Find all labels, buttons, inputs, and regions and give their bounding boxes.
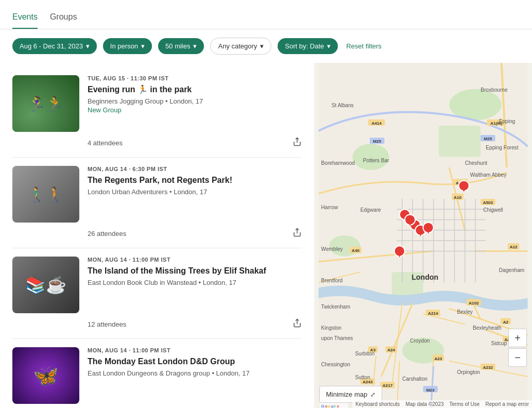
- map-data-label: Map data ©2023: [405, 401, 443, 407]
- svg-text:A12: A12: [510, 245, 518, 249]
- svg-text:A414: A414: [371, 121, 382, 126]
- map-zoom-controls: + −: [508, 329, 527, 367]
- event-group: Beginners Jogging Group • London, 17: [88, 97, 302, 105]
- app-container: Events Groups Aug 6 - Dec 31, 2023 ▾ In …: [0, 0, 532, 408]
- zoom-out-button[interactable]: −: [508, 348, 527, 367]
- svg-text:Dagenham: Dagenham: [499, 267, 525, 273]
- keyboard-shortcuts-link[interactable]: Keyboard shortcuts: [355, 401, 400, 407]
- share-icon: [293, 318, 302, 328]
- svg-text:A24: A24: [387, 348, 395, 352]
- zoom-in-button[interactable]: +: [508, 329, 527, 347]
- attendee-count: 4 attendees: [88, 139, 123, 147]
- svg-text:A243: A243: [363, 380, 373, 384]
- event-info: MON, AUG 14 · 11:00 PM IST The Monday Ea…: [88, 347, 302, 378]
- svg-text:Brentford: Brentford: [321, 278, 343, 283]
- svg-text:M23: M23: [426, 388, 435, 393]
- svg-text:Orpington: Orpington: [457, 369, 480, 375]
- svg-text:Carshalton: Carshalton: [402, 376, 427, 382]
- svg-text:M25: M25: [373, 139, 381, 144]
- svg-text:upon Thames: upon Thames: [321, 335, 353, 341]
- tabs-bar: Events Groups: [0, 0, 532, 29]
- report-map-error-link[interactable]: Report a map error: [486, 401, 529, 407]
- terms-of-use-link[interactable]: Terms of Use: [449, 401, 479, 407]
- event-info: MON, AUG 14 · 6:30 PM IST The Regents Pa…: [88, 166, 302, 197]
- event-date: MON, AUG 14 · 11:00 PM IST: [88, 347, 302, 353]
- tab-groups[interactable]: Groups: [50, 8, 77, 29]
- event-title: Evening run 🏃 in the park: [88, 84, 302, 95]
- share-icon: [293, 228, 302, 237]
- category-filter-label: Any category: [218, 42, 257, 50]
- tab-events[interactable]: Events: [12, 8, 38, 29]
- svg-text:Potters Bar: Potters Bar: [363, 158, 389, 163]
- mode-filter-button[interactable]: In person ▾: [103, 38, 152, 54]
- event-row: 🏃‍♀️🏃 TUE, AUG 15 · 11:30 PM IST Evening…: [12, 75, 302, 132]
- svg-text:G: G: [321, 404, 324, 408]
- share-icon: [293, 137, 302, 146]
- svg-text:l: l: [334, 404, 335, 408]
- svg-text:St Albans: St Albans: [332, 103, 354, 108]
- event-row: 🚶‍♂️🚶 MON, AUG 14 · 6:30 PM IST The Rege…: [12, 166, 302, 223]
- svg-text:Croydon: Croydon: [410, 338, 430, 344]
- chevron-down-icon: ▾: [86, 42, 90, 50]
- events-list: 🏃‍♀️🏃 TUE, AUG 15 · 11:30 PM IST Evening…: [0, 63, 314, 408]
- svg-point-5: [352, 144, 389, 170]
- event-image: 🚶‍♂️🚶: [12, 166, 79, 223]
- minimize-map-label: Minimize map: [326, 390, 367, 398]
- event-title: The Monday East London D&D Group: [88, 356, 302, 367]
- svg-text:Chigwell: Chigwell: [483, 207, 503, 213]
- chevron-down-icon: ▾: [141, 42, 145, 50]
- map-attribution: Keyboard shortcuts Map data ©2023 Terms …: [352, 400, 532, 408]
- svg-text:Broxbourne: Broxbourne: [480, 87, 508, 93]
- svg-text:Epping: Epping: [499, 118, 516, 124]
- svg-text:Borehamwood: Borehamwood: [321, 160, 355, 166]
- event-footer: 4 attendees: [12, 137, 302, 149]
- category-filter-button[interactable]: Any category ▾: [210, 38, 271, 55]
- svg-text:Waltham Abbey: Waltham Abbey: [470, 172, 507, 178]
- filters-bar: Aug 6 - Dec 31, 2023 ▾ In person ▾ 50 mi…: [0, 29, 532, 63]
- svg-text:Bexleyheath: Bexleyheath: [473, 325, 502, 331]
- svg-text:Wembley: Wembley: [321, 246, 344, 252]
- share-button[interactable]: [293, 137, 302, 149]
- svg-text:Twickenham: Twickenham: [321, 304, 350, 310]
- event-info: TUE, AUG 15 · 11:30 PM IST Evening run 🏃…: [88, 75, 302, 115]
- chevron-down-icon: ▾: [193, 42, 197, 50]
- distance-filter-button[interactable]: 50 miles ▾: [158, 38, 204, 54]
- event-image: 🦋: [12, 347, 79, 404]
- event-title: The Regents Park, not Regents Park!: [88, 175, 302, 186]
- map-container[interactable]: A414 A1(M) M25 M25 A406 A503: [314, 63, 532, 408]
- expand-icon: ⤢: [370, 391, 375, 398]
- svg-text:Kingston: Kingston: [321, 325, 341, 331]
- event-image: 🏃‍♀️🏃: [12, 75, 79, 132]
- date-filter-button[interactable]: Aug 6 - Dec 31, 2023 ▾: [12, 38, 97, 54]
- new-group-badge: New Group: [88, 106, 302, 114]
- list-item: 🏃‍♀️🏃 TUE, AUG 15 · 11:30 PM IST Evening…: [12, 67, 302, 158]
- event-date: TUE, AUG 15 · 11:30 PM IST: [88, 75, 302, 81]
- reset-filters-button[interactable]: Reset filters: [346, 42, 382, 50]
- event-info: MON, AUG 14 · 11:00 PM IST The Island of…: [88, 257, 302, 287]
- svg-text:M25: M25: [484, 137, 492, 141]
- event-image: 📚☕: [12, 257, 79, 313]
- svg-text:Edgware: Edgware: [361, 207, 381, 213]
- svg-text:Sidcup: Sidcup: [491, 341, 507, 346]
- event-date: MON, AUG 14 · 6:30 PM IST: [88, 166, 302, 172]
- event-group: East London Book Club in Wanstead • Lond…: [88, 279, 302, 286]
- sort-filter-button[interactable]: Sort by: Date ▾: [278, 38, 338, 54]
- svg-text:A10: A10: [454, 195, 461, 200]
- svg-text:A40: A40: [352, 248, 359, 253]
- list-item: 🦋 MON, AUG 14 · 11:00 PM IST The Monday …: [12, 339, 302, 408]
- list-item: 🚶‍♂️🚶 MON, AUG 14 · 6:30 PM IST The Rege…: [12, 158, 302, 248]
- svg-text:A503: A503: [483, 200, 493, 205]
- svg-text:Cheshunt: Cheshunt: [465, 160, 488, 166]
- svg-text:A23: A23: [434, 356, 442, 361]
- attendee-count: 26 attendees: [88, 230, 126, 237]
- svg-text:Surbiton: Surbiton: [355, 351, 375, 356]
- share-button[interactable]: [293, 228, 302, 240]
- svg-text:London: London: [411, 273, 438, 281]
- svg-text:Harrow: Harrow: [321, 205, 338, 210]
- share-button[interactable]: [293, 318, 302, 330]
- svg-text:A214: A214: [428, 311, 438, 316]
- event-footer: 12 attendees: [12, 318, 302, 330]
- svg-text:o: o: [325, 404, 328, 408]
- list-item: 📚☕ MON, AUG 14 · 11:00 PM IST The Island…: [12, 248, 302, 339]
- event-group: London Urban Adventurers • London, 17: [88, 188, 302, 196]
